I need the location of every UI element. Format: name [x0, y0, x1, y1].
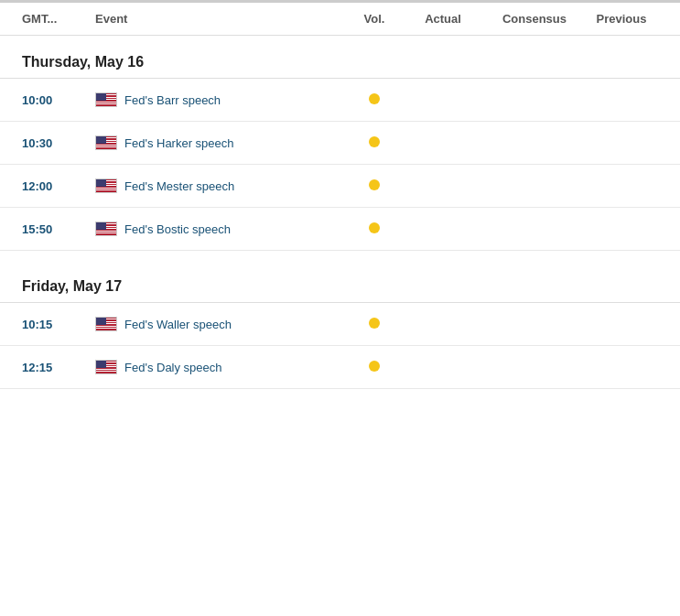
volatility-dot [369, 318, 380, 329]
event-time: 10:15 [22, 318, 95, 331]
table-row[interactable]: 15:50Fed's Bostic speech [0, 208, 680, 251]
us-flag-icon [95, 135, 117, 150]
date-section-0: Thursday, May 16 [0, 36, 680, 78]
us-flag-icon [95, 92, 117, 107]
header-vol: Vol. [347, 12, 402, 26]
event-name: Fed's Mester speech [124, 179, 347, 193]
header-event: Event [95, 12, 347, 26]
event-time: 12:00 [22, 179, 95, 193]
event-time: 10:30 [22, 136, 95, 150]
table-row[interactable]: 10:15Fed's Waller speech [0, 303, 680, 346]
us-flag-icon [95, 360, 117, 374]
vol-cell [347, 92, 402, 108]
header-previous: Previous [585, 12, 658, 26]
event-cell: Fed's Mester speech [95, 178, 347, 193]
vol-cell [347, 316, 402, 332]
header-consensus: Consensus [484, 12, 585, 26]
volatility-dot [369, 93, 380, 104]
event-time: 15:50 [22, 222, 95, 236]
event-name: Fed's Harker speech [124, 136, 347, 150]
event-time: 10:00 [22, 93, 95, 107]
event-cell: Fed's Harker speech [95, 135, 347, 150]
date-label: Friday, May 17 [22, 278, 658, 295]
date-label: Thursday, May 16 [22, 54, 658, 70]
vol-cell [347, 178, 402, 194]
us-flag-icon [95, 178, 117, 193]
event-cell: Fed's Daly speech [95, 360, 347, 374]
event-name: Fed's Waller speech [124, 318, 347, 331]
table-row[interactable]: 10:30Fed's Harker speech [0, 122, 680, 165]
volatility-dot [369, 179, 380, 190]
event-name: Fed's Barr speech [124, 93, 347, 107]
event-name: Fed's Bostic speech [124, 222, 347, 236]
event-name: Fed's Daly speech [124, 361, 347, 374]
table-row[interactable]: 12:00Fed's Mester speech [0, 165, 680, 208]
event-cell: Fed's Waller speech [95, 317, 347, 331]
header-actual: Actual [402, 12, 484, 26]
table-row[interactable]: 10:00Fed's Barr speech [0, 79, 680, 122]
us-flag-icon [95, 222, 117, 236]
vol-cell [347, 359, 402, 375]
us-flag-icon [95, 317, 117, 331]
vol-cell [347, 221, 402, 237]
event-cell: Fed's Bostic speech [95, 222, 347, 236]
table-row[interactable]: 12:15Fed's Daly speech [0, 346, 680, 389]
event-time: 12:15 [22, 361, 95, 374]
date-section-1: Friday, May 17 [0, 260, 680, 302]
volatility-dot [369, 222, 380, 233]
event-cell: Fed's Barr speech [95, 92, 347, 107]
volatility-dot [369, 361, 380, 372]
header-gmt: GMT... [22, 12, 95, 26]
vol-cell [347, 135, 402, 151]
table-header: GMT... Event Vol. Actual Consensus Previ… [0, 3, 680, 36]
volatility-dot [369, 136, 380, 147]
calendar-sections: Thursday, May 1610:00Fed's Barr speech10… [0, 36, 680, 389]
